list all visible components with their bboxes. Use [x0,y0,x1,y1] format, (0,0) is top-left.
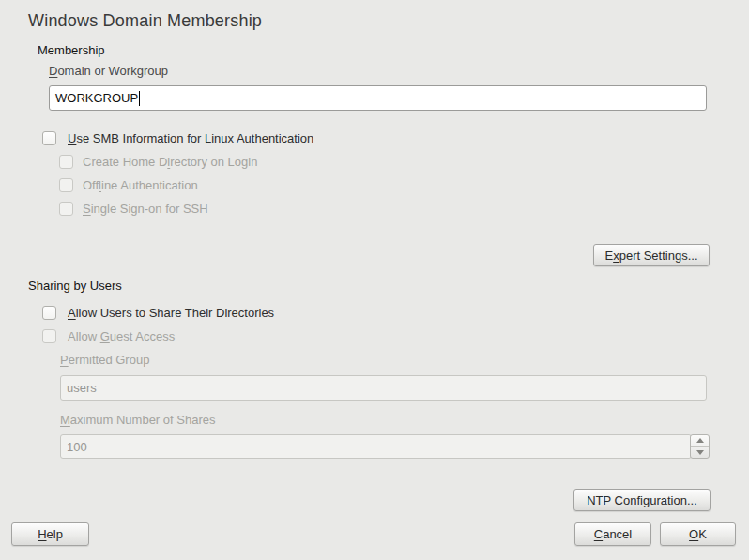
checkbox-create-home-directory: Create Home Directory on Login [59,154,257,170]
checkbox-unchecked-icon [42,306,56,320]
checkbox-unchecked-icon [59,202,73,216]
checkbox-use-smb-authentication[interactable]: Use SMB Information for Linux Authentica… [42,130,313,146]
checkbox-offline-authentication: Offline Authentication [59,177,198,193]
spin-up-icon [696,438,704,443]
help-button[interactable]: Help [11,522,89,546]
checkbox-label: Allow Users to Share Their Directories [68,306,274,320]
spin-up-button [691,435,709,447]
text-caret [139,91,140,106]
checkbox-allow-users-share[interactable]: Allow Users to Share Their Directories [42,305,274,321]
checkbox-unchecked-icon [42,329,56,343]
domain-workgroup-label: Domain or Workgroup [49,64,168,78]
ntp-configuration-button[interactable]: NTP Configuration... [573,489,711,511]
checkbox-label: Use SMB Information for Linux Authentica… [68,131,313,145]
sharing-section-label: Sharing by Users [28,279,122,293]
max-shares-spinner [690,434,710,459]
spin-down-button [691,447,709,459]
checkbox-unchecked-icon [42,131,56,145]
checkbox-label: Offline Authentication [83,178,198,192]
max-shares-label: Maximum Number of Shares [60,413,215,427]
max-shares-input: 100 [60,434,692,459]
checkbox-label: Single Sign-on for SSH [83,202,208,216]
expert-settings-button[interactable]: Expert Settings... [593,244,710,266]
checkbox-unchecked-icon [59,178,73,192]
checkbox-label: Create Home Directory on Login [83,155,257,169]
spin-down-icon [696,450,704,455]
max-shares-value: 100 [67,440,87,454]
permitted-group-input: users [60,375,707,401]
permitted-group-label: Permitted Group [60,353,149,367]
cancel-button[interactable]: Cancel [574,522,651,546]
domain-workgroup-value: WORKGROUP [55,91,138,105]
permitted-group-value: users [67,381,97,395]
page-title: Windows Domain Membership [28,11,262,31]
checkbox-single-sign-on-ssh: Single Sign-on for SSH [59,201,208,217]
checkbox-unchecked-icon [59,155,73,169]
checkbox-label: Allow Guest Access [68,329,175,343]
domain-workgroup-input[interactable]: WORKGROUP [49,85,707,111]
checkbox-allow-guest-access: Allow Guest Access [42,328,175,344]
ok-button[interactable]: OK [660,522,736,546]
membership-section-label: Membership [38,43,105,57]
